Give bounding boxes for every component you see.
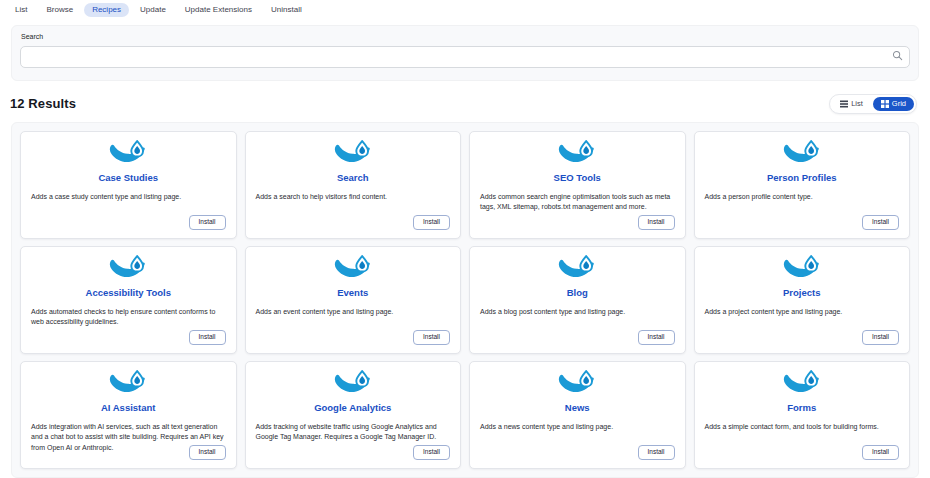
grid-icon: [881, 100, 889, 108]
tab-uninstall[interactable]: Uninstall: [263, 3, 310, 17]
recipe-description: Adds a news content type and listing pag…: [480, 422, 675, 433]
recipe-description: Adds a search to help visitors find cont…: [256, 192, 451, 203]
install-button[interactable]: Install: [189, 330, 226, 345]
install-button[interactable]: Install: [862, 445, 899, 460]
recipe-description: Adds a case study content type and listi…: [31, 192, 226, 203]
recipe-description: Adds a simple contact form, and tools fo…: [705, 422, 900, 433]
grid-view-button[interactable]: Grid: [873, 97, 914, 111]
drupal-cms-logo-icon: [480, 140, 675, 168]
search-panel: Search: [11, 25, 919, 81]
list-view-label: List: [851, 100, 863, 108]
install-button[interactable]: Install: [862, 215, 899, 230]
recipe-card[interactable]: SEO Tools Adds common search engine opti…: [469, 131, 686, 239]
recipe-title: Forms: [705, 402, 900, 413]
drupal-cms-logo-icon: [31, 140, 226, 168]
install-button[interactable]: Install: [638, 215, 675, 230]
search-field-wrap: [20, 45, 910, 68]
install-button[interactable]: Install: [413, 215, 450, 230]
recipe-card[interactable]: Events Adds an event content type and li…: [245, 246, 462, 354]
drupal-cms-logo-icon: [256, 255, 451, 283]
recipe-title: Case Studies: [31, 172, 226, 183]
drupal-cms-logo-icon: [480, 255, 675, 283]
recipe-title: Person Profiles: [705, 172, 900, 183]
recipe-title: Accessibility Tools: [31, 287, 226, 298]
recipe-card[interactable]: Accessibility Tools Adds automated check…: [20, 246, 237, 354]
recipe-description: Adds common search engine optimisation t…: [480, 192, 675, 213]
install-button[interactable]: Install: [189, 215, 226, 230]
recipe-title: Search: [256, 172, 451, 183]
recipe-title: AI Assistant: [31, 402, 226, 413]
recipe-description: Adds a person profile content type.: [705, 192, 900, 203]
install-button[interactable]: Install: [638, 330, 675, 345]
tab-update[interactable]: Update: [132, 3, 174, 17]
results-header: 12 Results List Grid: [10, 94, 917, 114]
drupal-cms-logo-icon: [256, 140, 451, 168]
install-button[interactable]: Install: [638, 445, 675, 460]
install-button[interactable]: Install: [413, 330, 450, 345]
recipe-card[interactable]: News Adds a news content type and listin…: [469, 361, 686, 469]
recipe-title: SEO Tools: [480, 172, 675, 183]
list-icon: [840, 100, 848, 108]
recipe-description: Adds a project content type and listing …: [705, 307, 900, 318]
drupal-cms-logo-icon: [480, 370, 675, 398]
recipe-card[interactable]: Search Adds a search to help visitors fi…: [245, 131, 462, 239]
recipe-card[interactable]: Google Analytics Adds tracking of websit…: [245, 361, 462, 469]
drupal-cms-logo-icon: [705, 140, 900, 168]
search-icon: [892, 50, 903, 61]
top-tab-bar: List Browse Recipes Update Update Extens…: [0, 0, 930, 17]
recipe-card[interactable]: Forms Adds a simple contact form, and to…: [694, 361, 911, 469]
recipe-title: News: [480, 402, 675, 413]
drupal-cms-logo-icon: [705, 370, 900, 398]
search-label: Search: [21, 33, 910, 40]
view-toggle: List Grid: [829, 94, 917, 114]
drupal-cms-logo-icon: [705, 255, 900, 283]
recipe-card[interactable]: Projects Adds a project content type and…: [694, 246, 911, 354]
recipe-title: Projects: [705, 287, 900, 298]
recipe-card[interactable]: AI Assistant Adds integration with AI se…: [20, 361, 237, 469]
drupal-cms-logo-icon: [31, 255, 226, 283]
tab-browse[interactable]: Browse: [38, 3, 81, 17]
install-button[interactable]: Install: [189, 445, 226, 460]
recipe-title: Events: [256, 287, 451, 298]
recipe-card[interactable]: Person Profiles Adds a person profile co…: [694, 131, 911, 239]
tab-recipes[interactable]: Recipes: [84, 3, 129, 17]
recipe-title: Google Analytics: [256, 402, 451, 413]
recipes-grid: Case Studies Adds a case study content t…: [11, 122, 919, 478]
drupal-cms-logo-icon: [31, 370, 226, 398]
search-input[interactable]: [20, 46, 910, 68]
tab-list[interactable]: List: [7, 3, 35, 17]
recipe-card[interactable]: Blog Adds a blog post content type and l…: [469, 246, 686, 354]
results-count-heading: 12 Results: [10, 96, 76, 111]
install-button[interactable]: Install: [413, 445, 450, 460]
recipe-title: Blog: [480, 287, 675, 298]
list-view-button[interactable]: List: [832, 97, 871, 111]
grid-view-label: Grid: [892, 100, 906, 108]
recipe-description: Adds an event content type and listing p…: [256, 307, 451, 318]
tab-update-extensions[interactable]: Update Extensions: [177, 3, 260, 17]
recipe-card[interactable]: Case Studies Adds a case study content t…: [20, 131, 237, 239]
recipe-description: Adds a blog post content type and listin…: [480, 307, 675, 318]
recipe-description: Adds automated checks to help ensure con…: [31, 307, 226, 328]
recipe-description: Adds tracking of website traffic using G…: [256, 422, 451, 443]
install-button[interactable]: Install: [862, 330, 899, 345]
drupal-cms-logo-icon: [256, 370, 451, 398]
